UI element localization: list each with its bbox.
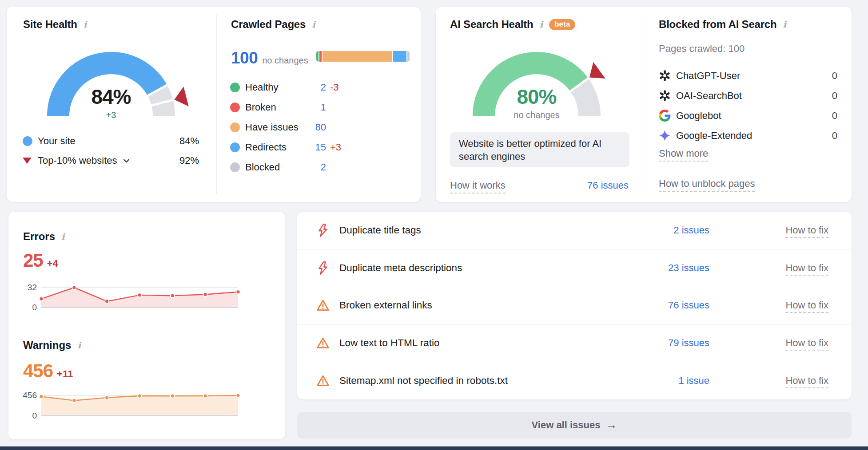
how-to-fix-link[interactable]: How to fix [785,337,828,351]
blue-dot-icon [23,136,32,146]
errors-delta: +4 [47,258,58,269]
legend-row-healthy: Healthy2-3 [230,77,346,97]
legend-value[interactable]: 80 [305,122,326,133]
data-point [171,394,175,398]
info-icon[interactable]: i [60,231,66,242]
site-health-header: Site Health i [23,18,88,31]
blocked-bots-list: ChatGPT-User0OAI-SearchBot0Googlebot0Goo… [659,66,837,146]
errors-ymax-label: 32 [14,283,37,292]
legend-value[interactable]: 1 [305,102,326,113]
data-point [72,286,76,290]
warnings-ymin-label: 0 [14,411,37,421]
errors-header: Errors i [23,230,66,243]
chevron-down-icon[interactable] [123,157,130,165]
issue-count-link[interactable]: 79 issues [629,337,709,349]
bot-row-googlebot: Googlebot0 [659,106,837,126]
issue-row: Duplicate meta descriptions23 issuesHow … [297,249,852,287]
data-point [203,292,207,296]
site-health-legend: Your site84%Top-10% websites92% [23,131,199,170]
legend-label: Healthy [245,82,305,93]
info-icon[interactable]: i [83,19,88,30]
issue-count-link[interactable]: 76 issues [629,300,709,311]
ai-health-links: How it works 76 issues [450,180,629,193]
info-icon[interactable]: i [782,19,787,30]
legend-row-redirects: Redirects15+3 [230,137,346,157]
bar-segment-broken[interactable] [319,51,322,62]
bot-blocked-count: 0 [832,70,837,82]
how-to-fix-link[interactable]: How to fix [785,300,828,313]
bar-segment-redirects[interactable] [393,51,406,62]
issue-row: Duplicate title tags2 issuesHow to fix [297,212,852,249]
legend-dot-icon [230,162,240,172]
red-triangle-down [23,158,38,164]
bot-blocked-count: 0 [832,130,837,142]
how-to-fix-link[interactable]: How to fix [785,225,828,238]
how-to-fix-cell: How to fix [709,225,828,236]
crawled-pages-header: Crawled Pages i [231,18,316,31]
issue-row: Broken external links76 issuesHow to fix [297,287,852,325]
errors-sparkline-chart [38,284,242,311]
legend-label: Redirects [245,142,305,153]
data-point [203,394,207,398]
bar-segment-blocked[interactable] [407,51,410,62]
data-point [40,395,44,399]
view-all-issues-button[interactable]: View all issues → [297,412,852,438]
issue-row: Low text to HTML ratio79 issuesHow to fi… [297,324,852,362]
card-divider [216,15,217,194]
data-point [138,394,142,398]
legend-value[interactable]: 15 [305,142,326,153]
errors-value: 25 [23,250,43,271]
warnings-delta: +11 [57,368,73,380]
issue-count-link[interactable]: 2 issues [629,225,709,236]
google-extended-icon [659,130,671,142]
issue-count-link[interactable]: 1 issue [629,375,709,387]
health-overview-card: Site Health i 84% +3 Your site84%Top-10%… [7,7,421,202]
data-point [236,290,240,294]
ai-health-message: Website is better optimized for AI searc… [450,132,629,167]
info-icon[interactable]: i [311,19,316,30]
how-to-fix-link[interactable]: How to fix [785,262,828,276]
bar-segment-have-issues[interactable] [323,51,392,62]
view-all-label: View all issues [532,419,601,431]
show-more-link[interactable]: Show more [659,148,708,162]
legend-value[interactable]: 2 [305,162,326,173]
ai-issues-link[interactable]: 76 issues [587,180,629,191]
warning-triangle-icon [316,374,330,388]
how-it-works-link[interactable]: How it works [450,180,506,193]
error-lightning-icon [316,261,330,275]
issue-label: Duplicate title tags [339,225,629,236]
how-to-fix-cell: How to fix [709,375,828,387]
warnings-header: Warnings i [23,339,82,351]
legend-value: 84% [179,135,199,147]
errors-count: 25 +4 [23,250,58,271]
next-section-edge [0,446,868,450]
arrow-right-icon: → [605,418,617,432]
warnings-count: 456 +11 [23,360,73,382]
crawled-pages-total: 100 no changes [231,49,308,67]
bar-segment-healthy[interactable] [316,51,319,62]
how-to-unblock-link[interactable]: How to unblock pages [659,178,755,192]
google-logo-icon [659,110,671,122]
info-icon[interactable]: i [539,19,544,30]
crawled-pages-title: Crawled Pages [231,18,306,31]
legend-delta: +3 [326,142,346,153]
error-lightning-icon [316,223,330,237]
data-point [171,294,175,298]
data-point [236,394,240,398]
warning-triangle-icon [316,336,330,350]
how-to-fix-link[interactable]: How to fix [785,375,828,388]
legend-dot-icon [230,103,240,112]
legend-row-blocked: Blocked2 [230,157,346,177]
ai-health-score: 80% [457,85,617,109]
crawled-pages-stacked-bar[interactable] [316,51,410,62]
ai-search-health-header: AI Search Health i beta [450,18,575,31]
issue-count-link[interactable]: 23 issues [629,262,709,274]
legend-label: Top-10% websites [38,155,117,166]
top-issues-card: Duplicate title tags2 issuesHow to fixDu… [297,212,852,399]
info-icon[interactable]: i [76,340,82,351]
legend-value[interactable]: 2 [305,82,326,93]
bot-blocked-count: 0 [832,110,837,122]
errors-title: Errors [23,230,55,243]
legend-label: Blocked [245,162,305,173]
issue-label: Sitemap.xml not specified in robots.txt [339,375,629,387]
